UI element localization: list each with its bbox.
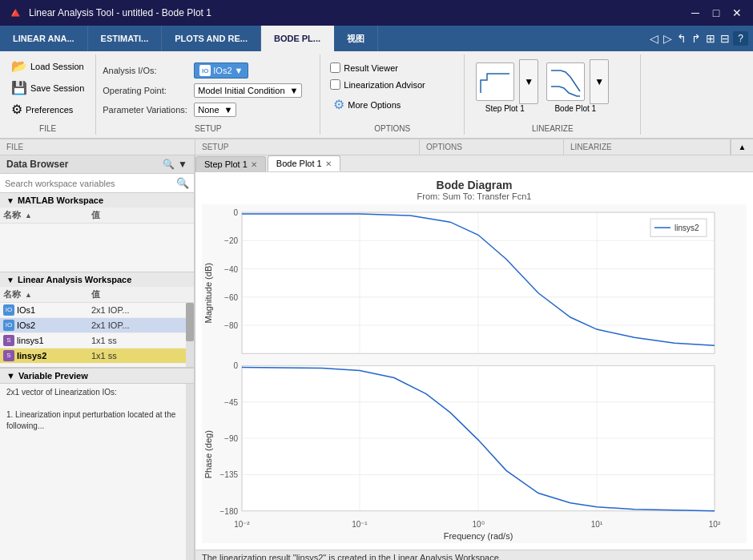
linsys1-icon: S [3,335,14,346]
minimize-button[interactable]: ─ [686,3,705,22]
doc-tabs: Step Plot 1 ✕ Bode Plot 1 ✕ [195,155,753,172]
svg-text:0: 0 [233,208,238,217]
svg-text:Magnitude (dB): Magnitude (dB) [203,263,213,324]
tab-plots-re[interactable]: PLOTS AND RE... [162,26,261,51]
linear-ws-arrow-icon: ▼ [6,276,14,284]
ribbon-group-setup: Analysis I/Os: IO IOs2 ▼ Operating Point… [96,54,320,135]
svg-text:−80: −80 [224,321,238,330]
more-options-button[interactable]: ⚙ More Options [327,95,457,115]
step-plot-button[interactable] [471,59,519,104]
toolbar-icon-1[interactable]: ◁ [648,30,660,46]
tab-bode-pl[interactable]: BODE PL... [261,26,334,51]
linear-ws-body: IO IOs1 2x1 IOP... IO IOs2 2x1 IOP... [0,303,194,367]
sidebar-options-icon[interactable]: ▼ [178,159,187,170]
bode-plot-button[interactable] [542,59,590,104]
table-row[interactable]: S linsys1 1x1 ss [0,333,194,348]
matlab-val-col: 值 [91,209,191,221]
chart-subtitle: From: Sum To: Transfer Fcn1 [202,191,747,201]
linearize-group-label: LINEARIZE [465,124,640,133]
svg-text:linsys2: linsys2 [674,224,699,232]
svg-text:−45: −45 [224,398,238,407]
toolbar-icon-4[interactable]: ↱ [690,30,703,46]
load-session-button[interactable]: 📂 Load Session [6,56,89,76]
table-row[interactable]: S linsys2 1x1 ss [0,348,194,364]
step-plot-close-icon[interactable]: ✕ [251,160,257,169]
table-row[interactable]: IO IOs1 2x1 IOP... [0,303,194,318]
folder-open-icon: 📂 [11,58,27,74]
preferences-button[interactable]: ⚙ Preferences [6,99,89,119]
tab-estimati[interactable]: ESTIMATI... [88,26,163,51]
setup-group-label: SETUP [96,124,320,133]
matlab-logo-icon: 🔺 [6,4,24,22]
status-message: The linearization result "linsys2" is cr… [202,553,501,560]
options-section-label: OPTIONS [420,139,564,155]
table-row[interactable]: IO IOs2 2x1 IOP... [0,318,194,333]
ribbon-tab-bar: LINEAR ANA... ESTIMATI... PLOTS AND RE..… [0,26,753,51]
tab-linear-ana[interactable]: LINEAR ANA... [0,26,88,51]
maximize-button[interactable]: □ [707,3,726,22]
preview-arrow-icon: ▼ [6,371,15,381]
analysis-ios-dropdown[interactable]: IO IOs2 ▼ [194,62,248,79]
settings-icon: ⚙ [11,102,22,117]
collapse-ribbon-icon[interactable]: ▲ [739,143,747,151]
toolbar-icon-6[interactable]: ⊟ [719,30,731,46]
bode-plot-container: Magnitude (dB) 0 −20 −40 −60 −80 [202,204,747,543]
title-bar: 🔺 Linear Analysis Tool - untitled - Bode… [0,0,753,26]
save-session-button[interactable]: 💾 Save Session [6,78,89,98]
op-dropdown-arrow: ▼ [290,86,299,95]
toolbar-icon-5[interactable]: ⊞ [704,30,717,46]
scrollbar-thumb[interactable] [186,303,194,341]
bode-plot-tab[interactable]: Bode Plot 1 ✕ [268,155,340,171]
help-icon[interactable]: ? [733,31,748,46]
svg-text:10²: 10² [709,520,721,529]
search-toggle-icon[interactable]: 🔍 [163,159,175,170]
gear-icon: ⚙ [333,97,344,112]
svg-text:0: 0 [233,361,238,370]
svg-text:10⁰: 10⁰ [472,520,484,529]
preview-text: 2x1 vector of Linearization IOs: 1. Line… [6,387,187,432]
toolbar-icon-3[interactable]: ↰ [675,30,688,46]
matlab-workspace-section: ▼ MATLAB Workspace 名称 ▲ 值 [0,193,194,272]
toolbar-icon-2[interactable]: ▷ [662,30,674,46]
save-icon: 💾 [11,80,27,95]
preview-scrollbar[interactable] [186,384,194,560]
svg-text:10⁻²: 10⁻² [234,520,250,529]
search-icon: 🔍 [176,177,189,189]
ios-dropdown-arrow: ▼ [235,66,244,75]
bode-plot-dropdown-arrow[interactable]: ▼ [590,59,609,104]
ribbon-content: 📂 Load Session 💾 Save Session ⚙ Preferen… [0,51,753,139]
linear-ws-header: 名称 ▲ 值 [0,287,194,303]
search-input[interactable] [5,179,176,188]
svg-rect-0 [477,64,513,99]
ios-icon: IO [3,304,14,316]
sidebar: Data Browser 🔍 ▼ 🔍 ▼ MATLAB Workspace 名称… [0,155,195,560]
step-plot-tab[interactable]: Step Plot 1 ✕ [195,156,266,171]
matlab-name-col: 名称 ▲ [3,209,91,221]
chart-title: Bode Diagram [202,179,747,191]
sidebar-header: Data Browser 🔍 ▼ [0,155,194,174]
svg-text:−180: −180 [220,507,239,516]
svg-rect-1 [548,64,583,99]
svg-text:−40: −40 [224,265,238,274]
tab-view[interactable]: 视图 [334,26,378,51]
window-controls[interactable]: ─ □ ✕ [686,3,747,22]
result-viewer-checkbox[interactable]: Result Viewer [327,61,457,75]
linear-workspace-title[interactable]: ▼ Linear Analysis Workspace [0,272,194,287]
linearization-advisor-checkbox[interactable]: Linearization Advisor [327,78,457,91]
matlab-workspace-title[interactable]: ▼ MATLAB Workspace [0,193,194,207]
operating-point-dropdown[interactable]: Model Initial Condition ▼ [194,83,302,98]
window-title: Linear Analysis Tool - untitled - Bode P… [29,7,211,18]
param-variations-dropdown[interactable]: None ▼ [194,103,236,117]
step-plot-dropdown-arrow[interactable]: ▼ [519,59,538,104]
file-section-label: FILE [0,139,195,155]
data-browser-title: Data Browser [6,159,68,170]
linear-val-col: 值 [91,288,191,300]
param-variations-label: Parameter Variations: [103,105,191,115]
bode-plot-close-icon[interactable]: ✕ [325,159,332,168]
setup-section-label: SETUP [195,139,420,155]
search-bar[interactable]: 🔍 [0,174,194,193]
ios2-icon: IO [3,320,14,331]
close-button[interactable]: ✕ [727,3,747,22]
pv-dropdown-arrow: ▼ [224,105,233,115]
scrollbar-track[interactable] [186,303,194,367]
